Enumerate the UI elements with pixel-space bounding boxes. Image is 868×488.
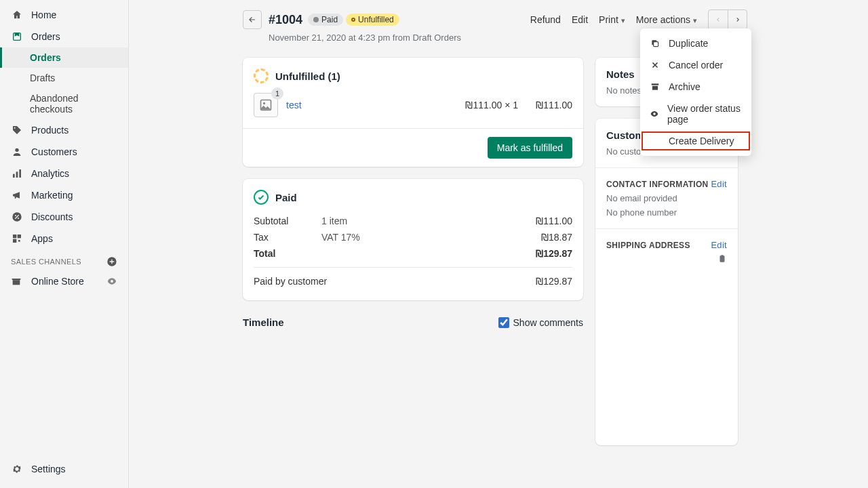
person-icon <box>11 146 23 158</box>
store-icon <box>11 276 23 287</box>
svg-rect-16 <box>720 256 725 262</box>
megaphone-icon <box>11 189 23 201</box>
nav-drafts[interactable]: Drafts <box>0 68 128 88</box>
customer-card: Custome No customer CONTACT INFORMATION … <box>595 119 738 445</box>
unfulfilled-card: Unfulfilled (1) 1 test ₪111.00 × 1 ₪111.… <box>243 58 583 167</box>
mark-fulfilled-button[interactable]: Mark as fulfilled <box>488 137 572 159</box>
percent-icon <box>11 211 23 223</box>
nav-settings[interactable]: Settings <box>0 458 128 480</box>
svg-rect-11 <box>13 239 16 243</box>
sales-channels-label: SALES CHANNELS <box>0 249 128 271</box>
dropdown-archive[interactable]: Archive <box>640 76 751 98</box>
line-total: ₪111.00 <box>518 100 572 110</box>
nav-home-label: Home <box>31 9 56 20</box>
nav-online-store[interactable]: Online Store <box>0 271 128 291</box>
product-link[interactable]: test <box>286 100 443 110</box>
clipboard-icon[interactable] <box>606 254 727 266</box>
nav-apps[interactable]: Apps <box>0 228 128 249</box>
svg-point-8 <box>18 218 19 219</box>
tag-icon <box>11 124 23 136</box>
nav-discounts[interactable]: Discounts <box>0 206 128 228</box>
unit-price: ₪111.00 × 1 <box>443 100 518 110</box>
back-button[interactable] <box>243 10 262 29</box>
nav-orders-sub[interactable]: Orders <box>0 47 128 68</box>
add-channel-icon[interactable] <box>106 256 117 267</box>
svg-rect-4 <box>16 171 18 178</box>
svg-point-15 <box>263 102 265 104</box>
nav-settings-label: Settings <box>31 464 66 474</box>
nav-analytics-label: Analytics <box>31 168 69 179</box>
dropdown-cancel[interactable]: Cancel order <box>640 54 751 76</box>
next-order[interactable] <box>728 10 747 29</box>
show-comments-checkbox[interactable] <box>498 317 509 328</box>
paid-badge: Paid <box>308 14 343 26</box>
svg-point-2 <box>15 148 18 152</box>
page-header: #1004 Paid Unfulfilled Refund Edit Print… <box>129 9 868 30</box>
nav-discounts-label: Discounts <box>31 211 73 222</box>
svg-rect-19 <box>654 42 658 47</box>
more-actions-dropdown: Duplicate Cancel order Archive View orde… <box>640 28 751 156</box>
nav-customers[interactable]: Customers <box>0 141 128 163</box>
more-actions[interactable]: More actions <box>631 12 703 28</box>
nav-orders[interactable]: Orders <box>0 26 128 47</box>
main-content: #1004 Paid Unfulfilled Refund Edit Print… <box>129 0 868 488</box>
total-row: Total ₪129.87 <box>254 245 572 262</box>
paid-title: Paid <box>275 192 297 203</box>
unfulfilled-ring-icon <box>254 68 269 83</box>
refund-action[interactable]: Refund <box>525 12 566 28</box>
close-icon <box>650 60 660 70</box>
dropdown-duplicate[interactable]: Duplicate <box>640 33 751 54</box>
orders-icon <box>11 30 23 43</box>
paid-by-row: Paid by customer ₪129.87 <box>254 273 572 289</box>
dropdown-view-status[interactable]: View order status page <box>640 98 751 130</box>
order-subtitle: November 21, 2020 at 4:23 pm from Draft … <box>129 30 868 43</box>
edit-contact-link[interactable]: Edit <box>711 179 727 189</box>
line-item: 1 test ₪111.00 × 1 ₪111.00 <box>254 83 572 117</box>
home-icon <box>11 9 23 21</box>
bars-icon <box>11 167 23 180</box>
paid-card: Paid Subtotal 1 item ₪111.00 Tax VAT 17%… <box>243 179 583 300</box>
unfulfilled-title: Unfulfilled (1) <box>275 70 340 82</box>
svg-point-7 <box>15 215 16 216</box>
grid-icon <box>11 232 23 245</box>
nav-marketing-label: Marketing <box>31 190 73 201</box>
svg-rect-10 <box>18 235 21 238</box>
show-comments-toggle[interactable]: Show comments <box>498 317 583 328</box>
nav-marketing[interactable]: Marketing <box>0 184 128 206</box>
nav-home[interactable]: Home <box>0 4 128 26</box>
dropdown-create-delivery[interactable]: Create Delivery <box>640 130 751 152</box>
tax-row: Tax VAT 17% ₪18.87 <box>254 229 572 245</box>
eye-icon[interactable] <box>106 276 117 287</box>
edit-action[interactable]: Edit <box>566 12 593 28</box>
svg-rect-20 <box>652 83 659 85</box>
gear-icon <box>11 463 23 475</box>
eye-icon-dd <box>650 108 659 119</box>
unfulfilled-badge: Unfulfilled <box>346 14 399 26</box>
nav-products[interactable]: Products <box>0 119 128 141</box>
order-pager <box>708 9 747 30</box>
svg-rect-9 <box>13 235 16 238</box>
timeline-title: Timeline <box>243 317 284 328</box>
nav-apps-label: Apps <box>31 233 53 244</box>
timeline-header: Timeline Show comments <box>243 312 583 328</box>
prev-order <box>709 10 728 29</box>
nav-products-label: Products <box>31 125 68 136</box>
nav-abandoned[interactable]: Abandoned checkouts <box>0 88 128 119</box>
svg-point-1 <box>14 127 16 129</box>
no-phone: No phone number <box>606 207 727 218</box>
no-email: No email provided <box>606 193 727 203</box>
contact-info-label: CONTACT INFORMATION Edit <box>606 179 727 189</box>
print-action[interactable]: Print <box>593 12 631 28</box>
svg-rect-17 <box>721 255 724 256</box>
nav-analytics[interactable]: Analytics <box>0 163 128 184</box>
edit-shipping-link[interactable]: Edit <box>711 240 727 250</box>
svg-rect-3 <box>13 174 15 178</box>
subtotal-row: Subtotal 1 item ₪111.00 <box>254 213 572 229</box>
duplicate-icon <box>650 38 660 49</box>
check-circle-icon <box>254 190 269 205</box>
svg-rect-12 <box>18 240 20 242</box>
archive-icon <box>650 81 660 92</box>
nav-orders-label: Orders <box>31 31 60 42</box>
order-title: #1004 <box>269 13 302 27</box>
svg-rect-5 <box>19 169 21 178</box>
